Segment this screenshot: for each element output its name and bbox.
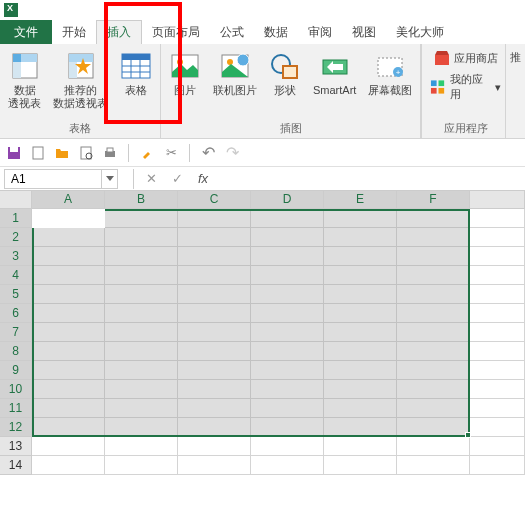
cell[interactable] bbox=[397, 228, 470, 247]
cell[interactable] bbox=[324, 228, 397, 247]
cell[interactable] bbox=[397, 399, 470, 418]
cell[interactable] bbox=[397, 456, 470, 475]
cell[interactable] bbox=[32, 323, 105, 342]
cell[interactable] bbox=[324, 304, 397, 323]
cell[interactable] bbox=[251, 342, 324, 361]
column-header-A[interactable]: A bbox=[32, 191, 105, 209]
cell[interactable] bbox=[105, 285, 178, 304]
row-header-9[interactable]: 9 bbox=[0, 361, 32, 380]
cell[interactable] bbox=[251, 285, 324, 304]
row-header-6[interactable]: 6 bbox=[0, 304, 32, 323]
tab-view[interactable]: 视图 bbox=[342, 20, 386, 44]
cell[interactable] bbox=[105, 361, 178, 380]
qat-undo-icon[interactable]: ↶ bbox=[200, 145, 216, 161]
cell[interactable] bbox=[324, 418, 397, 437]
formula-enter-icon[interactable]: ✓ bbox=[168, 171, 186, 186]
cell[interactable] bbox=[324, 456, 397, 475]
cell[interactable] bbox=[251, 228, 324, 247]
column-header-D[interactable]: D bbox=[251, 191, 324, 209]
app-store-button[interactable]: 应用商店 bbox=[434, 50, 498, 66]
cell[interactable] bbox=[178, 437, 251, 456]
shapes-button[interactable]: 形状 bbox=[263, 48, 307, 121]
cell[interactable] bbox=[178, 247, 251, 266]
cell[interactable] bbox=[251, 399, 324, 418]
tab-data[interactable]: 数据 bbox=[254, 20, 298, 44]
cell[interactable] bbox=[470, 266, 525, 285]
qat-new-icon[interactable] bbox=[30, 145, 46, 161]
cell[interactable] bbox=[324, 285, 397, 304]
column-header[interactable] bbox=[470, 191, 525, 209]
cell[interactable] bbox=[251, 437, 324, 456]
cell[interactable] bbox=[397, 380, 470, 399]
cell[interactable] bbox=[324, 399, 397, 418]
cell[interactable] bbox=[251, 361, 324, 380]
cell[interactable] bbox=[32, 399, 105, 418]
cell[interactable] bbox=[178, 266, 251, 285]
cell[interactable] bbox=[32, 266, 105, 285]
tab-layout[interactable]: 页面布局 bbox=[142, 20, 210, 44]
qat-print-icon[interactable] bbox=[102, 145, 118, 161]
cell[interactable] bbox=[251, 266, 324, 285]
cell[interactable] bbox=[397, 361, 470, 380]
cell[interactable] bbox=[470, 323, 525, 342]
cell[interactable] bbox=[32, 209, 105, 228]
qat-cut-icon[interactable]: ✂ bbox=[163, 145, 179, 161]
name-box-dropdown[interactable] bbox=[102, 169, 118, 189]
tab-beautify[interactable]: 美化大师 bbox=[386, 20, 454, 44]
cell[interactable] bbox=[397, 323, 470, 342]
cell[interactable] bbox=[178, 323, 251, 342]
cell[interactable] bbox=[32, 304, 105, 323]
cell[interactable] bbox=[105, 323, 178, 342]
cell[interactable] bbox=[470, 380, 525, 399]
tab-insert[interactable]: 插入 bbox=[96, 20, 142, 44]
smartart-button[interactable]: SmartArt bbox=[307, 48, 362, 121]
cell[interactable] bbox=[251, 209, 324, 228]
qat-preview-icon[interactable] bbox=[78, 145, 94, 161]
cell[interactable] bbox=[105, 247, 178, 266]
row-header-2[interactable]: 2 bbox=[0, 228, 32, 247]
table-button[interactable]: 表格 bbox=[114, 48, 158, 121]
cell[interactable] bbox=[178, 228, 251, 247]
row-header-1[interactable]: 1 bbox=[0, 209, 32, 228]
cell[interactable] bbox=[178, 304, 251, 323]
row-header-4[interactable]: 4 bbox=[0, 266, 32, 285]
cell[interactable] bbox=[105, 418, 178, 437]
cell[interactable] bbox=[251, 380, 324, 399]
cell[interactable] bbox=[105, 342, 178, 361]
column-header-C[interactable]: C bbox=[178, 191, 251, 209]
cell[interactable] bbox=[251, 247, 324, 266]
cell[interactable] bbox=[324, 247, 397, 266]
screenshot-button[interactable]: + 屏幕截图 bbox=[362, 48, 418, 121]
name-box[interactable]: A1 bbox=[4, 169, 102, 189]
cell[interactable] bbox=[324, 437, 397, 456]
cell[interactable] bbox=[470, 456, 525, 475]
formula-input[interactable] bbox=[220, 172, 525, 186]
column-header-E[interactable]: E bbox=[324, 191, 397, 209]
qat-save-icon[interactable] bbox=[6, 145, 22, 161]
cell[interactable] bbox=[324, 342, 397, 361]
row-header-3[interactable]: 3 bbox=[0, 247, 32, 266]
cell[interactable] bbox=[32, 456, 105, 475]
cell[interactable] bbox=[470, 437, 525, 456]
row-header-7[interactable]: 7 bbox=[0, 323, 32, 342]
row-header-10[interactable]: 10 bbox=[0, 380, 32, 399]
row-header-5[interactable]: 5 bbox=[0, 285, 32, 304]
cell[interactable] bbox=[32, 285, 105, 304]
cell[interactable] bbox=[397, 304, 470, 323]
cell[interactable] bbox=[397, 266, 470, 285]
cell[interactable] bbox=[324, 266, 397, 285]
recommended-pivot-button[interactable]: 推荐的 数据透视表 bbox=[47, 48, 114, 121]
cell[interactable] bbox=[178, 209, 251, 228]
qat-open-icon[interactable] bbox=[54, 145, 70, 161]
cell[interactable] bbox=[470, 247, 525, 266]
cell[interactable] bbox=[324, 323, 397, 342]
cell[interactable] bbox=[397, 418, 470, 437]
cell[interactable] bbox=[105, 266, 178, 285]
cell[interactable] bbox=[178, 380, 251, 399]
cell[interactable] bbox=[178, 418, 251, 437]
cell[interactable] bbox=[251, 418, 324, 437]
tab-formulas[interactable]: 公式 bbox=[210, 20, 254, 44]
cell[interactable] bbox=[251, 304, 324, 323]
cell[interactable] bbox=[105, 209, 178, 228]
cell[interactable] bbox=[178, 361, 251, 380]
